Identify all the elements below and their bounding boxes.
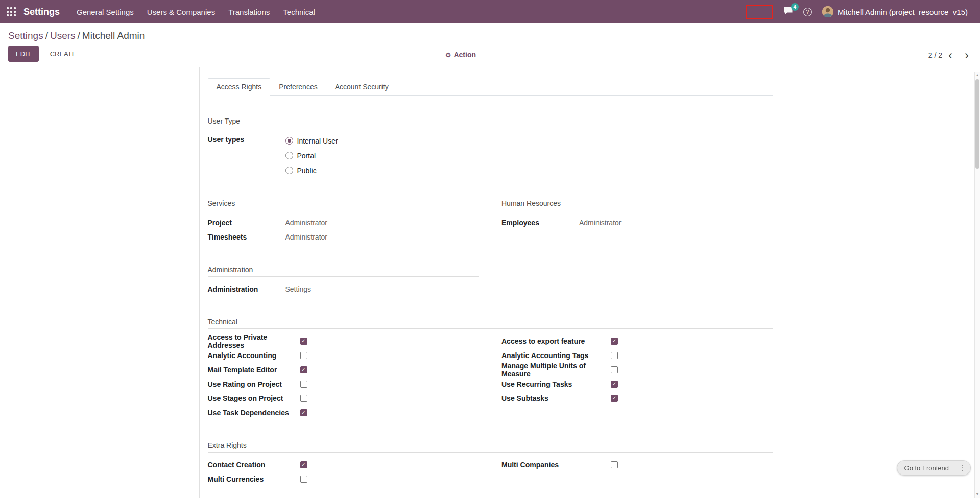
user-menu[interactable]: Mitchell Admin (project_resource_v15) (817, 0, 973, 23)
field-row: TimesheetsAdministrator (208, 230, 479, 244)
breadcrumb-current: Mitchell Admin (82, 30, 145, 41)
user-avatar (822, 6, 833, 17)
administration-section: Administration AdministrationSettings (208, 266, 773, 296)
tab-account-security[interactable]: Account Security (326, 78, 397, 96)
services-hr-section: Services ProjectAdministratorTimesheetsA… (208, 199, 773, 244)
action-menu-button[interactable]: ⚙ Action (445, 51, 476, 59)
radio-button[interactable] (285, 137, 293, 145)
breadcrumb-users[interactable]: Users (50, 30, 76, 41)
checkbox-label: Manage Multiple Units of Measure (501, 362, 611, 378)
radio-option: Internal User (285, 133, 773, 148)
checkbox-row: Manage Multiple Units of Measure (501, 363, 773, 377)
technical-left-column: Access to Private Addresses✓Analytic Acc… (208, 334, 479, 420)
field-value: Administrator (285, 233, 479, 241)
pager-previous-icon[interactable]: ‹ (942, 50, 959, 61)
human-resources-fields: EmployeesAdministrator (501, 216, 773, 230)
checkbox[interactable]: ✓ (611, 338, 618, 345)
checkbox[interactable]: ✓ (300, 409, 307, 416)
field-label: Timesheets (208, 233, 285, 241)
scrollbar-thumb[interactable] (975, 79, 979, 169)
menu-general-settings[interactable]: General Settings (70, 0, 140, 23)
checkbox-row: Mail Template Editor✓ (208, 363, 479, 377)
messages-count-badge: 4 (791, 3, 799, 11)
radio-option: Public (285, 163, 773, 178)
section-heading-extra-rights: Extra Rights (208, 441, 773, 453)
gear-icon: ⚙ (445, 51, 451, 59)
checkbox[interactable] (300, 381, 307, 388)
checkbox-label: Access to Private Addresses (208, 333, 300, 349)
radio-option: Portal (285, 148, 773, 163)
main-content: Access RightsPreferencesAccount Security… (0, 67, 980, 498)
checkbox[interactable]: ✓ (300, 461, 307, 468)
checkbox-label: Mail Template Editor (208, 366, 300, 374)
checkbox-row: Contact Creation✓ (208, 458, 479, 472)
checkbox-row: Analytic Accounting (208, 348, 479, 363)
help-button[interactable]: ? (798, 0, 817, 23)
checkbox[interactable]: ✓ (611, 381, 618, 388)
top-menu: General Settings Users & Companies Trans… (70, 0, 322, 23)
checkbox[interactable] (611, 366, 618, 373)
tab-preferences[interactable]: Preferences (270, 78, 326, 96)
pager-next-icon[interactable]: › (959, 50, 975, 61)
checkbox-row: Use Subtasks✓ (501, 391, 773, 406)
menu-translations[interactable]: Translations (222, 0, 276, 23)
tab-access-rights[interactable]: Access Rights (208, 78, 271, 96)
checkbox[interactable]: ✓ (300, 366, 307, 373)
breadcrumb: Settings/Users/Mitchell Admin (8, 30, 972, 41)
checkbox[interactable] (611, 461, 618, 468)
checkbox-label: Analytic Accounting (208, 351, 300, 360)
radio-label: Internal User (297, 137, 338, 145)
breadcrumb-separator: / (76, 30, 82, 41)
breadcrumb-settings[interactable]: Settings (8, 30, 43, 41)
field-label: Administration (208, 285, 285, 293)
checkbox-label: Use Rating on Project (208, 380, 300, 388)
user-types-radio-group: Internal UserPortalPublic (285, 133, 773, 178)
field-value: Administrator (285, 219, 479, 227)
debug-icon-annotation-box (746, 5, 773, 19)
services-fields: ProjectAdministratorTimesheetsAdministra… (208, 216, 479, 244)
checkbox-row: Access to Private Addresses✓ (208, 334, 479, 348)
apps-grid-icon (7, 7, 16, 16)
notebook-tabs: Access RightsPreferencesAccount Security (208, 78, 773, 96)
checkbox-label: Contact Creation (208, 461, 300, 469)
checkbox-label: Use Stages on Project (208, 394, 300, 402)
scroll-up-icon[interactable]: ▲ (975, 72, 980, 78)
checkbox[interactable] (611, 352, 618, 359)
checkbox-row: Multi Currencies (208, 472, 479, 486)
checkbox-label: Multi Companies (501, 461, 611, 469)
checkbox[interactable] (300, 476, 307, 483)
checkbox[interactable]: ✓ (300, 338, 307, 345)
kebab-menu-icon[interactable]: ⋮ (957, 463, 968, 472)
apps-menu-button[interactable] (0, 0, 22, 23)
vertical-scrollbar[interactable]: ▲ ▼ (974, 72, 980, 498)
create-button[interactable]: CREATE (44, 46, 83, 61)
top-navbar: Settings General Settings Users & Compan… (0, 0, 980, 23)
field-label: Employees (501, 219, 579, 227)
menu-technical[interactable]: Technical (276, 0, 322, 23)
current-app-title[interactable]: Settings (23, 7, 60, 17)
checkbox[interactable] (300, 395, 307, 402)
field-row: ProjectAdministrator (208, 216, 479, 230)
checkbox-row: Use Recurring Tasks✓ (501, 377, 773, 391)
field-row: EmployeesAdministrator (501, 216, 773, 230)
messages-button[interactable]: 4 (778, 0, 798, 23)
checkbox[interactable]: ✓ (611, 395, 618, 402)
checkbox-row: Access to export feature✓ (501, 334, 773, 348)
field-value: Administrator (579, 219, 773, 227)
radio-label: Public (297, 167, 317, 175)
go-to-frontend-button[interactable]: Go to Frontend ⋮ (897, 460, 971, 476)
technical-right-column: Access to export feature✓Analytic Accoun… (501, 334, 773, 406)
checkbox-label: Access to export feature (501, 337, 611, 345)
scroll-down-icon[interactable]: ▼ (975, 491, 980, 497)
radio-button[interactable] (285, 152, 293, 159)
extra-rights-section: Extra Rights Contact Creation✓Multi Curr… (208, 441, 773, 486)
systray: 4 ? Mitchell Admin (project_resource_v15… (746, 0, 980, 23)
checkbox[interactable] (300, 352, 307, 359)
help-icon: ? (803, 8, 812, 16)
action-menu-label: Action (453, 51, 476, 59)
extra-rights-right-column: Multi Companies (501, 458, 773, 472)
menu-users-companies[interactable]: Users & Companies (140, 0, 222, 23)
section-heading-services: Services (208, 199, 479, 210)
radio-button[interactable] (285, 167, 293, 174)
edit-button[interactable]: EDIT (8, 46, 39, 62)
